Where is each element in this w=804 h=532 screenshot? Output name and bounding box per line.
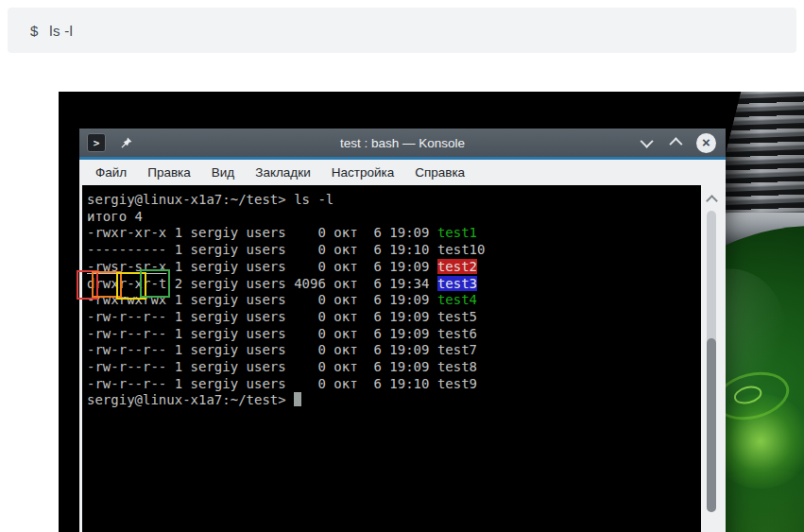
file-name: test2	[437, 259, 477, 274]
chevron-up-icon	[669, 137, 682, 150]
terminal-area: sergiy@linux-x1a7:~/test> ls -lитого 4-r…	[79, 185, 726, 532]
menu-item-view[interactable]: Вид	[201, 165, 245, 180]
terminal-line: ---------- 1 sergiy users 0 окт 6 19:10 …	[87, 242, 701, 259]
scrollbar-thumb[interactable]	[707, 338, 716, 512]
command-prompt-symbol: $	[30, 23, 38, 39]
terminal-line: -rw-r--r-- 1 sergiy users 0 окт 6 19:09 …	[87, 309, 701, 326]
file-name: test5	[437, 309, 477, 324]
terminal-line: sergiy@linux-x1a7:~/test>	[87, 392, 701, 409]
permission-string: -rw-r--r--	[87, 342, 166, 357]
permission-string: -rwxrwxrwx	[87, 292, 166, 307]
file-name: test8	[437, 359, 477, 374]
permission-string: ----------	[87, 242, 166, 257]
permission-string: -rw-r--r--	[87, 326, 166, 341]
minimize-button[interactable]	[643, 134, 653, 151]
terminal-line: -rwxrwxrwx 1 sergiy users 0 окт 6 19:09 …	[87, 292, 701, 309]
file-name: test7	[437, 342, 477, 357]
terminal-line: -rwsr-sr-x 1 sergiy users 0 окт 6 19:09 …	[87, 259, 701, 276]
terminal-cursor	[294, 392, 301, 406]
chevron-down-icon	[641, 135, 654, 148]
permission-string: drwxr-xr-t	[87, 276, 166, 291]
file-name: test4	[437, 292, 477, 307]
pin-icon[interactable]	[119, 136, 133, 150]
terminal-line: -rw-r--r-- 1 sergiy users 0 окт 6 19:10 …	[87, 376, 701, 393]
terminal-line: -rw-r--r-- 1 sergiy users 0 окт 6 19:09 …	[87, 342, 701, 359]
file-name: test3	[437, 276, 477, 291]
menu-item-edit[interactable]: Правка	[137, 165, 201, 180]
terminal-prompt-glyph: >	[94, 138, 100, 148]
menu-bar: ФайлПравкаВидЗакладкиНастройкаСправка	[79, 160, 726, 185]
permission-string: -rwxr-xr-x	[87, 225, 166, 240]
menu-item-help[interactable]: Справка	[404, 165, 475, 180]
file-name: test1	[437, 225, 477, 240]
close-button[interactable]: ×	[696, 133, 716, 153]
file-name: test10	[437, 242, 486, 257]
close-icon: ×	[702, 135, 710, 149]
window-title: test : bash — Konsole	[79, 136, 726, 150]
maximize-button[interactable]	[670, 134, 679, 151]
menu-item-bookmarks[interactable]: Закладки	[245, 165, 320, 180]
command-text: ls -l	[49, 23, 73, 39]
file-name: test9	[437, 376, 477, 391]
terminal-output[interactable]: sergiy@linux-x1a7:~/test> ls -lитого 4-r…	[82, 185, 701, 532]
permission-string: -rw-r--r--	[87, 309, 166, 324]
terminal-line: -rwxr-xr-x 1 sergiy users 0 окт 6 19:09 …	[87, 225, 701, 242]
konsole-app-icon[interactable]: >	[87, 133, 106, 152]
article-page: $ ls -l > test : bash — Konsole	[0, 0, 804, 532]
permission-string: -rw-r--r--	[87, 359, 166, 374]
scroll-up-icon[interactable]	[706, 195, 718, 207]
konsole-window: > test : bash — Konsole × ФайлПравка	[79, 129, 726, 532]
terminal-line: итого 4	[87, 209, 701, 226]
permission-string: -rw-r--r--	[87, 376, 166, 391]
window-titlebar[interactable]: > test : bash — Konsole ×	[79, 129, 726, 157]
command-snippet-bar: $ ls -l	[8, 8, 796, 53]
desktop-screenshot: > test : bash — Konsole × ФайлПравка	[59, 92, 804, 532]
terminal-line: drwxr-xr-t 2 sergiy users 4096 окт 6 19:…	[87, 276, 701, 293]
scrollbar[interactable]	[701, 185, 726, 532]
terminal-line: -rw-r--r-- 1 sergiy users 0 окт 6 19:09 …	[87, 326, 701, 343]
terminal-line: sergiy@linux-x1a7:~/test> ls -l	[87, 192, 701, 209]
file-name: test6	[437, 326, 477, 341]
menu-item-file[interactable]: Файл	[85, 165, 137, 180]
menu-item-settings[interactable]: Настройка	[321, 165, 404, 180]
terminal-line: -rw-r--r-- 1 sergiy users 0 окт 6 19:09 …	[87, 359, 701, 376]
